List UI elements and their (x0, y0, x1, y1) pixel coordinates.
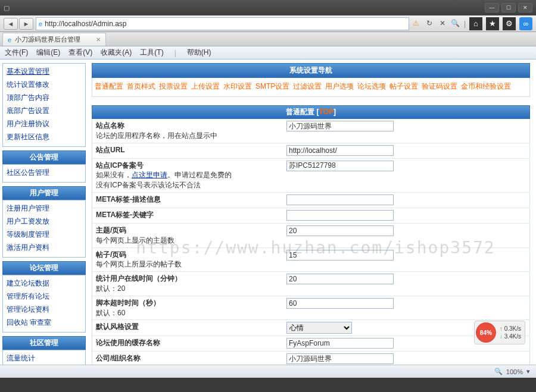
menu-file[interactable]: 文件(F) (5, 48, 28, 58)
form-input-wrap (286, 210, 526, 221)
tab-title: 小刀源码世界后台管理 (15, 35, 80, 44)
network-speed-widget[interactable]: 84% 0.3K/s 3.4K/s (474, 321, 525, 344)
window-controls: — ☐ ✕ (485, 3, 532, 12)
form-text-input[interactable] (286, 353, 394, 364)
sidebar-item[interactable]: 注册用户管理 (3, 202, 85, 215)
menu-tools[interactable]: 工具(T) (140, 48, 163, 58)
config-nav-link[interactable]: 投票设置 (159, 82, 188, 90)
sidebar-item[interactable]: 等级制度管理 (3, 228, 85, 241)
speed-readout: 0.3K/s 3.4K/s (500, 325, 521, 340)
home-icon[interactable]: ⌂ (469, 17, 482, 30)
tab-close-icon[interactable]: ✕ (96, 36, 101, 43)
config-nav-link[interactable]: 上传设置 (191, 82, 220, 90)
form-text-input[interactable] (286, 298, 394, 309)
config-nav-link[interactable]: 验证码设置 (422, 82, 457, 90)
sidebar-item[interactable]: 社区公告管理 (3, 167, 85, 179)
maximize-button[interactable]: ☐ (501, 3, 516, 12)
config-nav-link[interactable]: 首页样式 (127, 82, 155, 90)
addon-icon[interactable]: ∞ (519, 17, 532, 30)
form-row: 站点URL (92, 143, 529, 159)
sidebar: 基本设置管理统计设置修改顶部广告内容底部广告设置用户注册协议更新社区信息 公告管… (0, 59, 88, 378)
sidebar-group-basic: 基本设置管理统计设置修改顶部广告内容底部广告设置用户注册协议更新社区信息 (2, 63, 86, 147)
sidebar-section-items: 注册用户管理用户工资发放等级制度管理激活用户资料 (2, 200, 86, 258)
form-input-wrap (286, 225, 526, 236)
config-nav-link[interactable]: SMTP设置 (255, 82, 289, 90)
browser-tab[interactable]: e 小刀源码世界后台管理 ✕ (2, 33, 106, 46)
sidebar-item[interactable]: 基本设置管理 (3, 65, 85, 78)
favorites-icon[interactable]: ★ (486, 17, 499, 30)
menu-help[interactable]: 帮助(H) (187, 48, 211, 58)
config-nav-link[interactable]: 金币和经验设置 (461, 82, 511, 90)
form-input-wrap (286, 274, 526, 284)
form-input-wrap (286, 161, 526, 171)
sidebar-item[interactable]: 底部广告设置 (3, 105, 85, 117)
sidebar-item[interactable]: 建立论坛数据 (3, 277, 85, 290)
menu-view[interactable]: 查看(V) (68, 48, 92, 58)
form-text-input[interactable] (286, 195, 394, 205)
sidebar-item[interactable]: 用户注册协议 (3, 118, 85, 130)
form-text-input[interactable] (286, 225, 394, 236)
sidebar-item[interactable]: 流量统计 (3, 352, 85, 365)
speed-percent: 84% (476, 322, 496, 343)
close-button[interactable]: ✕ (518, 3, 532, 12)
back-button[interactable]: ◄ (4, 18, 18, 30)
sidebar-item[interactable]: 更新社区信息 (3, 131, 85, 143)
form-row: 统计用户在线时间（分钟）默认：20 (92, 272, 529, 296)
forward-button[interactable]: ► (19, 18, 33, 30)
tab-favicon: e (8, 36, 11, 43)
form-input-wrap (286, 121, 526, 131)
site-icon: e (39, 20, 42, 27)
top-link[interactable]: TOP (319, 108, 333, 116)
zoom-value: 100% (506, 368, 523, 375)
settings-icon[interactable]: ⚙ (503, 17, 516, 30)
form-label: 站点ICP备案号如果没有，点这里申请。申请过程是免费的没有ICP备案号表示该论坛… (96, 161, 286, 190)
sidebar-item[interactable]: 管理所有论坛 (3, 290, 85, 303)
form-text-input[interactable] (286, 210, 394, 221)
sidebar-item[interactable]: 用户工资发放 (3, 215, 85, 228)
zoom-dropdown-icon[interactable]: ▾ (526, 368, 530, 375)
tab-strip: e 小刀源码世界后台管理 ✕ (0, 32, 536, 46)
form-label: META标签-关键字 (96, 210, 286, 220)
menu-favorites[interactable]: 收藏夹(A) (101, 48, 132, 58)
form-input-wrap (286, 145, 526, 156)
window-titlebar: ▢ — ☐ ✕ (0, 0, 536, 15)
refresh-icon[interactable]: ↻ (425, 19, 434, 29)
form-text-input[interactable] (286, 121, 394, 131)
stop-icon[interactable]: ✕ (438, 19, 447, 29)
url-input[interactable] (45, 20, 406, 28)
form-text-input[interactable] (286, 145, 394, 156)
sidebar-item[interactable]: 激活用户资料 (3, 242, 85, 254)
zoom-icon[interactable]: 🔍 (494, 368, 503, 375)
main-panel: 系统设置导航 普通配置首页样式投票设置上传设置水印设置SMTP设置过滤设置用户选… (88, 59, 536, 378)
sidebar-item[interactable]: 管理论坛资料 (3, 303, 85, 316)
search-icon[interactable]: 🔍 (451, 19, 460, 29)
config-nav-link[interactable]: 过滤设置 (293, 82, 322, 90)
form-row: 脚本超时时间（秒）默认：60 (92, 296, 529, 321)
config-nav-link[interactable]: 帖子设置 (389, 82, 418, 90)
form-row: META标签-关键字 (92, 208, 529, 224)
form-label: 统计用户在线时间（分钟）默认：20 (96, 274, 286, 294)
form-label: 默认风格设置 (96, 322, 286, 332)
form-row: META标签-描述信息 (92, 193, 529, 208)
config-nav-link[interactable]: 论坛选项 (357, 82, 386, 90)
section-title: 普通配置 [TOP] (92, 105, 530, 119)
config-nav-link[interactable]: 用户选项 (325, 82, 354, 90)
sidebar-item[interactable]: 统计设置修改 (3, 79, 85, 91)
form-text-input[interactable] (286, 338, 394, 349)
compat-icon[interactable]: ⚠ (412, 19, 421, 29)
config-nav-link[interactable]: 普通配置 (95, 82, 123, 90)
form-input-wrap (286, 250, 526, 261)
form-text-input[interactable] (286, 250, 394, 261)
form-text-input[interactable] (286, 161, 394, 171)
separator: | (464, 20, 466, 28)
menu-edit[interactable]: 编辑(E) (36, 48, 60, 58)
form-label: 公司/组织名称 (96, 353, 286, 363)
form-input-wrap (286, 353, 526, 364)
sidebar-section-header: 论坛管理 (2, 261, 86, 275)
form-select[interactable]: 心情 (286, 322, 352, 334)
config-nav-link[interactable]: 水印设置 (223, 82, 252, 90)
form-text-input[interactable] (286, 274, 394, 284)
sidebar-item[interactable]: 顶部广告内容 (3, 92, 85, 104)
sidebar-item[interactable]: 回收站 审查室 (3, 316, 85, 329)
minimize-button[interactable]: — (485, 3, 499, 12)
